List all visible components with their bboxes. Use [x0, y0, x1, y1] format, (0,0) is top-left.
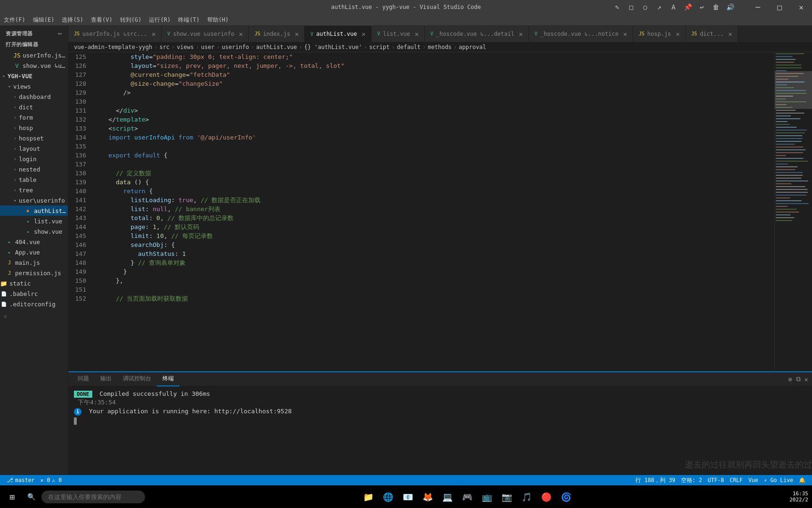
sidebar-item-hospset[interactable]: › hospset [0, 133, 68, 143]
panel-tab-problems[interactable]: 问题 [72, 372, 95, 386]
sidebar-item-table[interactable]: › table [0, 174, 68, 185]
breadcrumb-methods[interactable]: methods [428, 44, 452, 50]
breadcrumb-userinfo[interactable]: userinfo [222, 44, 249, 50]
status-language[interactable]: Vue [746, 475, 761, 485]
menu-edit[interactable]: 编辑(E) [29, 14, 58, 25]
panel-close-icon[interactable]: ✕ [804, 376, 808, 383]
breadcrumb-default[interactable]: default [397, 44, 421, 50]
sidebar-item-layout[interactable]: › layout [0, 143, 68, 154]
taskbar-search-input[interactable] [41, 491, 145, 503]
status-position[interactable]: 行 188，列 39 [633, 475, 678, 485]
start-button[interactable]: ⊞ [4, 488, 21, 505]
sidebar-item-dict[interactable]: › dict [0, 102, 68, 112]
tree-file-userInfo[interactable]: JS userInfo.js ↳src... [0, 50, 68, 60]
sidebar-item-404[interactable]: ▸ 404.vue [0, 237, 68, 247]
sidebar-item-nested[interactable]: › nested [0, 164, 68, 174]
minimize-button[interactable]: ─ [747, 0, 769, 14]
sidebar-item-views[interactable]: ▾ views [0, 81, 68, 91]
sidebar-item-editorconfig[interactable]: 📄 .editorconfig [0, 299, 68, 309]
sidebar-item-login[interactable]: › login [0, 154, 68, 164]
terminal-prompt[interactable]: ▊ [74, 418, 806, 425]
tab-show[interactable]: V show.vue ↳userinfo ✕ [162, 26, 249, 42]
tab-hosp[interactable]: JS hosp.js ✕ [633, 26, 686, 42]
breadcrumb-script[interactable]: script [369, 44, 390, 50]
sidebar-item-dashboard[interactable]: › dashboard [0, 91, 68, 102]
speaker-icon[interactable]: 🔊 [723, 0, 737, 14]
status-notifications[interactable]: 🔔 [796, 475, 808, 485]
status-errors[interactable]: ✕ 0 ⚠ 0 [38, 475, 65, 485]
pin-icon[interactable]: 📌 [681, 0, 694, 14]
panel-tab-output[interactable]: 输出 [95, 372, 117, 386]
taskbar-camera-icon[interactable]: 📷 [498, 488, 515, 505]
code-editor[interactable]: 125 style="padding: 30px 0; text-align: … [68, 52, 774, 371]
menu-select[interactable]: 选择(S) [58, 14, 87, 25]
sidebar-item-babelrc[interactable]: 📄 .babelrc [0, 288, 68, 299]
menu-view[interactable]: 查看(V) [87, 14, 116, 25]
menu-file[interactable]: 文件(F) [0, 14, 29, 25]
tab-userInfo[interactable]: JS userInfo.js ↳src... ✕ [68, 26, 162, 42]
status-line-ending[interactable]: CRLF [727, 475, 746, 485]
tab-hoscode2[interactable]: V _hoscode.vue ↳...notice ✕ [529, 26, 633, 42]
undo-icon[interactable]: ↩ [695, 0, 708, 14]
breadcrumb-root[interactable]: vue-admin-template-yygh [74, 44, 152, 50]
status-encoding[interactable]: UTF-8 [705, 475, 727, 485]
sidebar-item-mainjs[interactable]: J main.js [0, 257, 68, 268]
square-icon[interactable]: □ [625, 0, 638, 14]
taskbar-spiral-icon[interactable]: 🌀 [558, 488, 575, 505]
tab-close-hoscode2[interactable]: ✕ [621, 30, 629, 38]
panel-content[interactable]: DONE Compiled successfully in 306ms 下午4:… [68, 386, 812, 475]
sidebar-new-file-icon[interactable]: ⋯ [58, 30, 62, 37]
breadcrumb-views[interactable]: views [177, 44, 194, 50]
breadcrumb-file[interactable]: authList.vue [256, 44, 297, 50]
edit-icon[interactable]: ✎ [610, 0, 624, 14]
status-go-live[interactable]: ⚡ Go Live [761, 475, 796, 485]
breadcrumb-symbol1[interactable]: {} 'authList.vue' [304, 44, 362, 50]
taskbar-firefox-icon[interactable]: 🦊 [419, 488, 436, 505]
panel-new-terminal-icon[interactable]: ⊕ [788, 376, 792, 383]
taskbar-game-icon[interactable]: 🎮 [459, 488, 476, 505]
breadcrumb-src[interactable]: src [159, 44, 170, 50]
sidebar-item-app[interactable]: ▸ App.vue [0, 247, 68, 257]
text-icon[interactable]: A [667, 0, 680, 14]
panel-tab-debug[interactable]: 调试控制台 [117, 372, 157, 386]
trash-icon[interactable]: 🗑 [709, 0, 723, 14]
sidebar-item-show-vue[interactable]: ▸ show.vue [0, 226, 68, 237]
tab-close-hoscode1[interactable]: ✕ [517, 30, 525, 38]
tab-close-index[interactable]: ✕ [293, 30, 300, 38]
maximize-button[interactable]: □ [769, 0, 790, 14]
taskbar-music-icon[interactable]: 🎵 [518, 488, 535, 505]
tab-index[interactable]: JS index.js ✕ [249, 26, 305, 42]
taskbar-mail-icon[interactable]: 📧 [399, 488, 416, 505]
tree-project-root[interactable]: ▾ YGH-VUE [0, 71, 68, 81]
tab-authList[interactable]: V authList.vue ✕ [305, 26, 372, 42]
taskbar-store-icon[interactable]: 📺 [479, 488, 495, 505]
sidebar-item-static[interactable]: 📁 static [0, 278, 68, 288]
tab-close-hosp[interactable]: ✕ [674, 30, 682, 38]
sidebar-item-list-vue[interactable]: ▸ list.vue [0, 216, 68, 226]
menu-run[interactable]: 运行(R) [145, 14, 174, 25]
taskbar-search-icon[interactable]: 🔍 [23, 488, 40, 505]
tab-close-userInfo[interactable]: ✕ [150, 30, 157, 38]
menu-goto[interactable]: 转到(G) [116, 14, 146, 25]
tree-file-show[interactable]: V show.vue ↳userinfo [0, 60, 68, 71]
sidebar-item-form[interactable]: › form [0, 112, 68, 123]
tab-list[interactable]: V list.vue ✕ [372, 26, 425, 42]
panel-split-icon[interactable]: ⧉ [796, 375, 801, 383]
taskbar-dev-tools-icon[interactable]: 💻 [439, 488, 456, 505]
arrow-icon[interactable]: ↗ [653, 0, 666, 14]
breadcrumb-user[interactable]: user [201, 44, 215, 50]
tab-close-authList[interactable]: ✕ [360, 30, 367, 38]
menu-help[interactable]: 帮助(H) [203, 14, 233, 25]
tab-hoscode1[interactable]: V _hoscode.vue ↳...detail ✕ [425, 26, 529, 42]
sidebar-item-hosp[interactable]: › hosp [0, 123, 68, 133]
sidebar-item-tree[interactable]: › tree [0, 185, 68, 195]
taskbar-edge-icon[interactable]: 🌐 [380, 488, 397, 505]
taskbar-file-explorer-icon[interactable]: 📁 [360, 488, 377, 505]
tab-close-dict[interactable]: ✕ [726, 30, 734, 38]
taskbar-red-icon[interactable]: 🔴 [538, 488, 555, 505]
tab-close-show[interactable]: ✕ [237, 30, 244, 38]
sidebar-item-permission[interactable]: J permission.js [0, 268, 68, 278]
sidebar-item-authList[interactable]: ● authList.vue [0, 205, 68, 216]
circle-icon[interactable]: ○ [639, 0, 652, 14]
status-branch[interactable]: ⎇ master [4, 475, 38, 485]
